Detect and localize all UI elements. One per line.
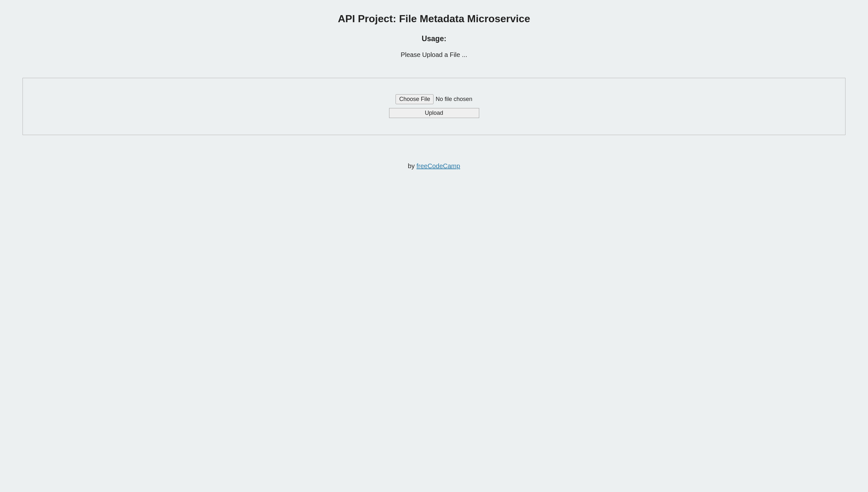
upload-button[interactable]: Upload [389, 108, 479, 118]
file-input-wrapper: Choose File No file chosen [396, 94, 472, 104]
upload-form-box: Choose File No file chosen Upload [23, 78, 845, 135]
choose-file-button[interactable]: Choose File [396, 94, 433, 104]
page-title: API Project: File Metadata Microservice [0, 13, 868, 25]
footer-link[interactable]: freeCodeCamp [417, 163, 460, 170]
footer: by freeCodeCamp [0, 163, 868, 170]
instruction-text: Please Upload a File ... [0, 51, 868, 58]
footer-by-text: by [408, 163, 417, 170]
file-status-text: No file chosen [436, 96, 472, 103]
usage-heading: Usage: [0, 34, 868, 43]
